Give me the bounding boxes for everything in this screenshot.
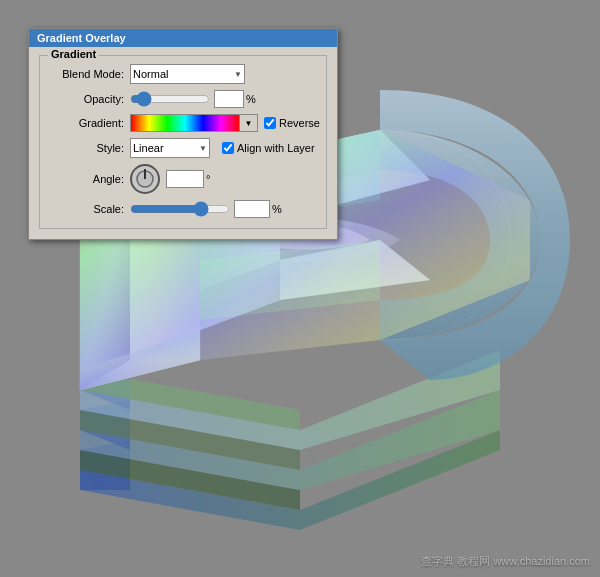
style-select-wrapper[interactable]: Linear Radial Angle Reflected Diamond [130, 138, 210, 158]
gradient-label: Gradient: [50, 117, 130, 129]
gradient-section: Gradient Blend Mode: Normal Dissolve Mul… [39, 55, 327, 229]
blend-mode-label: Blend Mode: [50, 68, 130, 80]
dialog-body: Gradient Blend Mode: Normal Dissolve Mul… [29, 47, 337, 239]
reverse-label: Reverse [279, 117, 320, 129]
angle-label: Angle: [50, 173, 130, 185]
section-label: Gradient [48, 48, 99, 60]
gradient-row: Gradient: ▼ Reverse [50, 114, 316, 132]
blend-mode-select-wrapper[interactable]: Normal Dissolve Multiply Screen Overlay [130, 64, 245, 84]
align-layer-checkbox[interactable] [222, 142, 234, 154]
opacity-row: Opacity: 10 % [50, 90, 316, 108]
scale-value-input[interactable]: 150 [234, 200, 270, 218]
angle-unit: ° [206, 173, 210, 185]
opacity-unit: % [246, 93, 256, 105]
angle-dial[interactable] [130, 164, 160, 194]
opacity-label: Opacity: [50, 93, 130, 105]
style-select[interactable]: Linear Radial Angle Reflected Diamond [130, 138, 210, 158]
angle-row: Angle: 0 ° [50, 164, 316, 194]
scale-label: Scale: [50, 203, 130, 215]
scale-row: Scale: 150 % [50, 200, 316, 218]
opacity-slider[interactable] [130, 92, 210, 106]
dialog-title: Gradient Overlay [29, 29, 337, 47]
gradient-overlay-dialog: Gradient Overlay Gradient Blend Mode: No… [28, 28, 338, 240]
scale-slider[interactable] [130, 202, 230, 216]
blend-mode-row: Blend Mode: Normal Dissolve Multiply Scr… [50, 64, 316, 84]
align-layer-checkbox-label[interactable]: Align with Layer [222, 142, 315, 154]
watermark: 查字典 教程网 www.chazidian.com [421, 554, 590, 569]
opacity-value-input[interactable]: 10 [214, 90, 244, 108]
style-row: Style: Linear Radial Angle Reflected Dia… [50, 138, 316, 158]
blend-mode-select[interactable]: Normal Dissolve Multiply Screen Overlay [130, 64, 245, 84]
scale-unit: % [272, 203, 282, 215]
reverse-checkbox-label[interactable]: Reverse [264, 117, 320, 129]
align-layer-label: Align with Layer [237, 142, 315, 154]
reverse-checkbox[interactable] [264, 117, 276, 129]
angle-value-input[interactable]: 0 [166, 170, 204, 188]
style-label: Style: [50, 142, 130, 154]
gradient-bar[interactable] [130, 114, 240, 132]
gradient-dropdown-btn[interactable]: ▼ [240, 114, 258, 132]
